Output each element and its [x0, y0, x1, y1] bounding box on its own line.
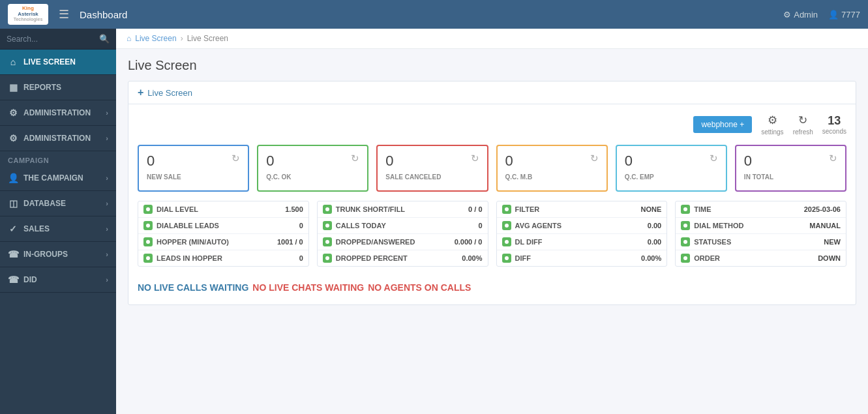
- seconds-counter: 13 seconds: [822, 114, 846, 135]
- card-refresh-icon[interactable]: ↻: [351, 153, 359, 164]
- sidebar-item-reports[interactable]: ▦ REPORTS: [0, 75, 116, 100]
- info-val: NONE: [640, 205, 661, 213]
- stat-card-sale-canceled: 0 SALE CANCELED ↻: [376, 145, 488, 192]
- breadcrumb-link-1[interactable]: Live Screen: [135, 34, 176, 43]
- stat-value: 0: [147, 153, 181, 170]
- info-table-4: TIME 2025-03-06 DIAL METHOD MANUAL STATU…: [675, 201, 846, 267]
- breadcrumb: ⌂ Live Screen › Live Screen: [116, 29, 868, 49]
- sidebar-item-live-screen[interactable]: ⌂ LIVE SCREEN: [0, 50, 116, 75]
- info-val: MANUAL: [809, 222, 841, 229]
- info-key: HOPPER (min/auto): [157, 238, 273, 246]
- info-val: 0.000 / 0: [455, 238, 483, 246]
- card-refresh-icon[interactable]: ↻: [829, 153, 837, 164]
- table-row: DROPPED/ANSWERED 0.000 / 0: [318, 234, 488, 250]
- panel-expand-icon[interactable]: +: [138, 87, 143, 98]
- webphone-button[interactable]: webphone +: [693, 116, 752, 133]
- table-row: HOPPER (min/auto) 1001 / 0: [138, 234, 308, 250]
- status-dot: [323, 237, 332, 246]
- status-dot: [143, 205, 153, 214]
- hamburger-icon[interactable]: ☰: [59, 7, 69, 22]
- topbar: KingAsteriskTechnologies ☰ Dashboard ⚙ A…: [0, 0, 868, 29]
- sidebar-item-sales[interactable]: ✓ SALES ›: [0, 216, 116, 242]
- info-key: ORDER: [694, 254, 814, 262]
- chevron-right-icon: ›: [106, 109, 108, 117]
- ingroups-icon: ☎: [8, 249, 18, 259]
- topbar-admin: ⚙ Admin: [783, 10, 818, 20]
- panel-header-title: Live Screen: [147, 88, 192, 98]
- info-key: DIAL METHOD: [694, 222, 805, 229]
- info-val: 1001 / 0: [277, 238, 303, 246]
- info-val: 2025-03-06: [804, 205, 841, 213]
- topbar-left: KingAsteriskTechnologies ☰ Dashboard: [8, 4, 127, 25]
- sidebar-label: LIVE SCREEN: [23, 57, 76, 67]
- user-icon: 👤: [828, 10, 839, 20]
- refresh-label: refresh: [793, 128, 813, 136]
- status-dot: [323, 205, 332, 214]
- sidebar-label: ADMINISTRATION: [23, 108, 91, 117]
- live-screen-panel: + Live Screen webphone + ⚙ settings: [128, 81, 856, 305]
- settings-button[interactable]: ⚙ settings: [761, 113, 783, 136]
- sidebar-item-in-groups[interactable]: ☎ IN-GROUPS ›: [0, 242, 116, 267]
- live-status-bar: NO LIVE CALLS WAITING NO LIVE CHATS WAIT…: [138, 276, 846, 295]
- sidebar-item-administration-2[interactable]: ⚙ ADMINISTRATION ›: [0, 126, 116, 151]
- info-key: FILTER: [515, 205, 637, 213]
- stat-card-in-total: 0 IN TOTAL ↻: [735, 145, 846, 192]
- sidebar-item-the-campaign[interactable]: 👤 THE CAMPAIGN ›: [0, 166, 116, 191]
- sidebar-label: THE CAMPAIGN: [23, 173, 83, 183]
- status-dot: [681, 205, 690, 214]
- sidebar: 🔍 ⌂ LIVE SCREEN ▦ REPORTS ⚙ ADMINISTRATI…: [0, 29, 116, 414]
- table-row: LEADS IN HOPPER 0: [138, 250, 308, 266]
- stat-value: 0: [625, 153, 654, 170]
- sales-icon: ✓: [8, 224, 18, 234]
- chevron-right-icon-2: ›: [106, 134, 108, 142]
- panel-body: webphone + ⚙ settings ↻ refresh 13 sec: [128, 104, 856, 304]
- card-refresh-icon[interactable]: ↻: [471, 153, 479, 164]
- sidebar-item-database[interactable]: ◫ DATABASE ›: [0, 191, 116, 216]
- table-row: STATUSES NEW: [676, 234, 846, 250]
- info-val: 0: [299, 254, 303, 262]
- info-tables-row: DIAL LEVEL 1.500 DIALABLE LEADS 0 HOPPER…: [138, 201, 846, 267]
- card-refresh-icon[interactable]: ↻: [232, 153, 240, 164]
- status-dot: [681, 254, 690, 263]
- chevron-right-icon-4: ›: [106, 200, 108, 207]
- chevron-right-icon-3: ›: [106, 174, 108, 182]
- webphone-label: webphone +: [701, 120, 744, 129]
- status-dot: [143, 221, 153, 230]
- sidebar-item-did[interactable]: ☎ DID ›: [0, 267, 116, 293]
- info-table-3: FILTER NONE AVG AGENTS 0.00 DL DIFF: [496, 201, 668, 267]
- stat-card-new-sale: 0 NEW SALE ↻: [138, 145, 249, 192]
- gear-icon: ⚙: [8, 108, 18, 118]
- logo: KingAsteriskTechnologies: [8, 4, 48, 25]
- info-key: AVG AGENTS: [515, 222, 644, 229]
- info-key: DIFF: [515, 254, 638, 262]
- card-refresh-icon[interactable]: ↻: [710, 153, 718, 164]
- info-table-2: Trunk Short/Fill 0 / 0 CALLS TODAY 0 DRO…: [317, 201, 488, 267]
- gear-icon-2: ⚙: [8, 133, 18, 143]
- refresh-button[interactable]: ↻ refresh: [793, 113, 813, 136]
- info-val: 0: [299, 222, 303, 229]
- stat-label: Q.C. OK: [266, 173, 291, 181]
- status-dot: [323, 254, 332, 263]
- did-icon: ☎: [8, 274, 18, 285]
- stat-value: 0: [266, 153, 291, 170]
- home-icon: ⌂: [8, 57, 18, 67]
- stat-value: 0: [505, 153, 533, 170]
- sidebar-label: ADMINISTRATION: [23, 134, 91, 143]
- info-key: CALLS TODAY: [336, 222, 475, 229]
- sidebar-item-administration-1[interactable]: ⚙ ADMINISTRATION ›: [0, 100, 116, 126]
- stat-cards-row: 0 NEW SALE ↻ 0 Q.C. OK ↻: [138, 145, 846, 192]
- info-val: 0.00%: [462, 254, 482, 262]
- card-refresh-icon[interactable]: ↻: [590, 153, 599, 164]
- table-row: TIME 2025-03-06: [676, 201, 846, 218]
- info-val: 0.00%: [641, 254, 661, 262]
- stat-label: IN TOTAL: [744, 173, 773, 181]
- stat-card-qc-ok: 0 Q.C. OK ↻: [257, 145, 368, 192]
- main-layout: 🔍 ⌂ LIVE SCREEN ▦ REPORTS ⚙ ADMINISTRATI…: [0, 29, 868, 414]
- live-calls-status: NO LIVE CALLS WAITING: [138, 282, 248, 293]
- search-input[interactable]: [7, 35, 97, 44]
- seconds-label: seconds: [822, 128, 846, 135]
- info-key: STATUSES: [694, 238, 820, 246]
- chevron-right-icon-6: ›: [106, 250, 108, 258]
- agents-on-calls-status: NO AGENTS ON CALLS: [368, 282, 471, 293]
- settings-label: settings: [761, 128, 783, 136]
